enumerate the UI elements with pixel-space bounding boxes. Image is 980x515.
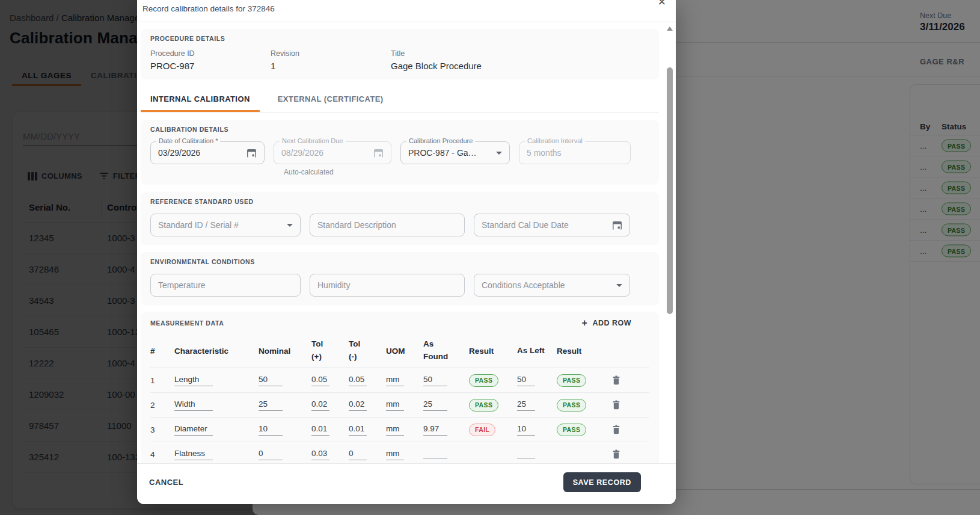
next-calibration-due-label: Next Calibration Due [280,137,346,144]
header-uom: UOM [386,347,423,356]
nominal-input[interactable]: 50 [259,375,283,386]
header-as-left: As Left [517,345,557,357]
calibration-interval-value: 5 months [527,148,623,158]
humidity-placeholder: Humidity [317,280,457,290]
measurement-row: 4 Flatness 0 0.03 0 mm [150,442,649,463]
measurement-row: 2 Width 25 0.02 0.02 mm 25 PASS 25 PASS [150,393,649,418]
calibration-procedure-value: PROC-987 - Ga… [408,148,491,158]
close-icon[interactable]: ✕ [658,0,666,8]
tol-plus-input[interactable]: 0.02 [311,399,329,411]
characteristic-input[interactable]: Flatness [174,449,213,460]
calibration-procedure-select[interactable]: Calibration Procedure PROC-987 - Ga… [400,141,510,164]
scrollbar-thumb[interactable] [667,67,673,314]
as-left-input[interactable]: 25 [517,399,535,411]
standard-description-field[interactable]: Standard Description [310,214,465,236]
measurement-row: 1 Length 50 0.05 0.05 mm 50 PASS 50 PASS [150,368,649,393]
record-calibration-dialog: Record calibration details for 372846 ✕ … [137,0,676,504]
result-left-badge: PASS [557,374,586,387]
as-found-input[interactable] [423,448,447,458]
header-characteristic: Characteristic [174,347,259,356]
revision-value: 1 [271,61,391,71]
modal-scrollbar[interactable] [665,23,675,470]
tol-minus-input[interactable]: 0.05 [349,375,367,386]
dialog-footer: CANCEL SAVE RECORD [137,463,676,504]
procedure-id-label: Procedure ID [150,49,271,58]
tol-plus-input[interactable]: 0.05 [311,375,329,386]
auto-calculated-helper: Auto-calculated [284,168,649,176]
uom-input[interactable]: mm [386,375,404,386]
standard-cal-due-date-placeholder: Standard Cal Due Date [482,220,607,230]
plus-icon: + [582,318,588,328]
calendar-icon[interactable] [247,148,257,158]
nominal-input[interactable]: 0 [259,449,283,460]
measurement-data-section-label: MEASUREMENT DATA [150,319,224,327]
measurement-data-card: MEASUREMENT DATA + ADD ROW # Characteris… [141,312,659,463]
delete-row-icon[interactable] [612,449,639,459]
uom-input[interactable]: mm [386,424,404,436]
nominal-input[interactable]: 10 [259,424,283,436]
tab-internal-calibration[interactable]: INTERNAL CALIBRATION [141,88,260,112]
result-found-badge: PASS [469,399,498,412]
date-of-calibration-field[interactable]: Date of Calibration * 03/29/2026 [150,141,265,164]
characteristic-input[interactable]: Length [174,375,213,386]
delete-row-icon[interactable] [612,425,639,434]
conditions-acceptable-select[interactable]: Conditions Acceptable [474,274,630,297]
header-num: # [150,347,174,356]
standard-description-placeholder: Standard Description [317,220,457,230]
calibration-interval-label: Calibration Interval [525,137,585,144]
header-result-found: Result [469,347,517,356]
delete-row-icon[interactable] [612,400,639,410]
scroll-up-arrow-icon[interactable] [667,26,673,31]
as-found-input[interactable]: 50 [423,375,447,386]
header-result-left: Result [557,347,612,356]
environmental-section-label: ENVIRONMENTAL CONDITIONS [150,258,649,265]
as-found-input[interactable]: 9.97 [423,424,447,436]
conditions-acceptable-placeholder: Conditions Acceptable [482,280,611,290]
as-left-input[interactable]: 10 [517,424,535,436]
delete-row-icon[interactable] [612,375,639,385]
characteristic-input[interactable]: Width [174,399,213,411]
measurement-row: 3 Diameter 10 0.01 0.01 mm 9.97 FAIL 10 … [150,418,649,442]
reference-standard-section-label: REFERENCE STANDARD USED [150,198,649,205]
calendar-icon [373,148,384,158]
as-left-input[interactable]: 50 [517,375,535,386]
chevron-down-icon [287,224,293,227]
uom-input[interactable]: mm [386,449,404,460]
add-row-label: ADD ROW [592,319,631,327]
chevron-down-icon [616,284,622,287]
procedure-title-label: Title [391,49,482,58]
tol-minus-input[interactable]: 0.01 [349,424,367,436]
measurement-table: # Characteristic Nominal Tol (+) Tol (-)… [150,334,649,463]
cancel-button[interactable]: CANCEL [149,478,183,487]
uom-input[interactable]: mm [386,399,404,411]
humidity-field[interactable]: Humidity [310,274,465,297]
standard-id-placeholder: Standard ID / Serial # [158,220,282,230]
row-number: 1 [150,376,174,385]
result-found-badge: PASS [469,374,498,387]
characteristic-input[interactable]: Diameter [174,424,213,436]
tol-plus-input[interactable]: 0.03 [311,449,329,460]
standard-id-select[interactable]: Standard ID / Serial # [150,214,301,236]
header-tol-minus: Tol (-) [349,338,386,363]
as-left-input[interactable] [517,448,535,458]
as-found-input[interactable]: 25 [423,399,447,411]
result-left-badge: PASS [557,399,586,412]
nominal-input[interactable]: 25 [259,399,283,411]
add-row-button[interactable]: + ADD ROW [582,318,631,328]
save-record-label: SAVE RECORD [573,478,631,487]
tol-minus-input[interactable]: 0 [349,449,367,460]
environmental-conditions-card: ENVIRONMENTAL CONDITIONS Temperature Hum… [141,252,659,305]
dialog-title: Record calibration details for 372846 [142,4,275,13]
header-nominal: Nominal [259,347,311,356]
procedure-details-card: PROCEDURE DETAILS Procedure ID PROC-987 … [141,29,659,79]
temperature-field[interactable]: Temperature [150,274,301,297]
tol-minus-input[interactable]: 0.02 [349,399,367,411]
calibration-details-section-label: CALIBRATION DETAILS [150,126,649,133]
tab-external-certificate[interactable]: EXTERNAL (CERTIFICATE) [268,88,393,112]
tol-plus-input[interactable]: 0.01 [311,424,329,436]
save-record-button[interactable]: SAVE RECORD [563,472,641,492]
calendar-icon[interactable] [612,220,622,230]
row-number: 2 [150,401,174,410]
standard-cal-due-date-field[interactable]: Standard Cal Due Date [474,214,630,236]
reference-standard-card: REFERENCE STANDARD USED Standard ID / Se… [141,192,659,245]
